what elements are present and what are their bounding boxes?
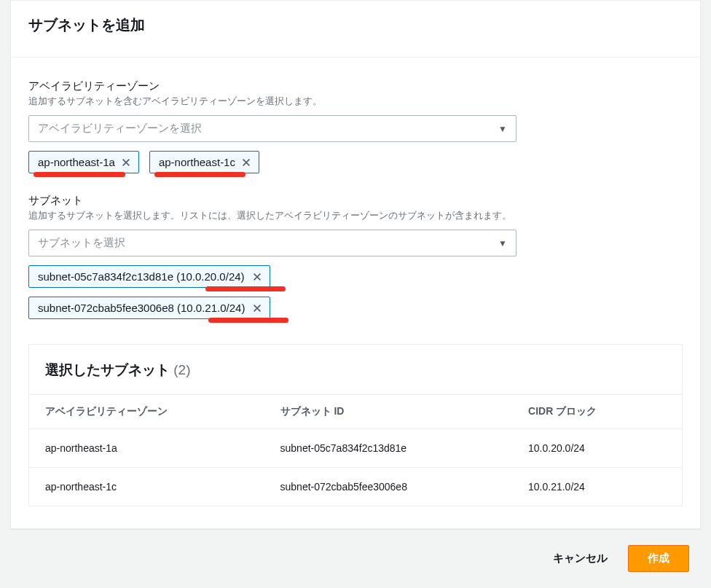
table-count: (2) [173,362,190,377]
az-tag-label: ap-northeast-1c [159,156,235,168]
highlight-underline [34,172,125,177]
az-label: アベイラビリティーゾーン [28,79,683,93]
footer: キャンセル 作成 [0,529,711,579]
highlight-underline [208,318,288,323]
highlight-underline [154,172,245,177]
az-tag-label: ap-northeast-1a [38,156,115,168]
subnet-label: サブネット [28,194,683,208]
cell-subnet-id: subnet-072cbab5fee3006e8 [264,468,512,506]
cell-subnet-id: subnet-05c7a834f2c13d81e [264,429,512,468]
subnet-tag-label: subnet-072cbab5fee3006e8 (10.0.21.0/24) [38,302,245,314]
table-header-row: アベイラビリティーゾーン サブネット ID CIDR ブロック [29,395,682,429]
az-dropdown-placeholder: アベイラビリティーゾーンを選択 [38,122,202,136]
panel-title: サブネットを追加 [28,15,683,35]
col-cidr: CIDR ブロック [512,395,682,429]
az-description: 追加するサブネットを含むアベイラビリティーゾーンを選択します。 [28,95,683,108]
az-tag[interactable]: ap-northeast-1c [149,151,259,173]
table-title-text: 選択したサブネット [45,362,170,377]
table-row: ap-northeast-1c subnet-072cbab5fee3006e8… [29,468,682,506]
page: サブネットを追加 アベイラビリティーゾーン 追加するサブネットを含むアベイラビリ… [0,0,711,588]
cell-az: ap-northeast-1a [29,429,264,468]
subnet-section: サブネット 追加するサブネットを選択します。リストには、選択したアベイラビリティ… [28,194,683,319]
close-icon[interactable] [121,157,131,168]
subnet-tag[interactable]: subnet-05c7a834f2c13d81e (10.0.20.0/24) [28,265,270,288]
table-row: ap-northeast-1a subnet-05c7a834f2c13d81e… [29,429,682,468]
subnet-dropdown-placeholder: サブネットを選択 [38,236,125,250]
table-title: 選択したサブネット (2) [29,345,682,394]
selected-subnets-table: 選択したサブネット (2) アベイラビリティーゾーン サブネット ID CIDR… [28,344,683,506]
az-selected-tags: ap-northeast-1a ap-northeast-1c [28,151,683,173]
col-subnet-id: サブネット ID [264,395,512,429]
highlight-underline [205,286,286,291]
cell-cidr: 10.0.20.0/24 [512,429,682,468]
divider [11,57,700,58]
subnet-tag[interactable]: subnet-072cbab5fee3006e8 (10.0.21.0/24) [28,297,270,319]
cell-az: ap-northeast-1c [29,468,264,506]
subnet-tag-label: subnet-05c7a834f2c13d81e (10.0.20.0/24) [38,270,245,283]
subnet-tag-row: subnet-072cbab5fee3006e8 (10.0.21.0/24) [28,297,683,319]
close-icon[interactable] [252,272,262,282]
cell-cidr: 10.0.21.0/24 [512,468,682,506]
chevron-down-icon: ▼ [498,238,507,248]
subnet-description: 追加するサブネットを選択します。リストには、選択したアベイラビリティーゾーンのサ… [28,209,683,222]
az-tag[interactable]: ap-northeast-1a [28,151,139,173]
create-button[interactable]: 作成 [628,545,689,572]
subnet-dropdown[interactable]: サブネットを選択 ▼ [28,230,516,256]
add-subnet-panel: サブネットを追加 アベイラビリティーゾーン 追加するサブネットを含むアベイラビリ… [10,0,701,529]
col-az: アベイラビリティーゾーン [29,395,264,429]
close-icon[interactable] [252,303,262,313]
subnet-tag-row: subnet-05c7a834f2c13d81e (10.0.20.0/24) [28,265,683,288]
az-dropdown[interactable]: アベイラビリティーゾーンを選択 ▼ [28,115,516,142]
az-section: アベイラビリティーゾーン 追加するサブネットを含むアベイラビリティーゾーンを選択… [28,79,683,173]
chevron-down-icon: ▼ [498,124,507,134]
subnets-table: アベイラビリティーゾーン サブネット ID CIDR ブロック ap-north… [29,394,682,506]
cancel-button[interactable]: キャンセル [546,546,615,571]
close-icon[interactable] [241,157,251,168]
